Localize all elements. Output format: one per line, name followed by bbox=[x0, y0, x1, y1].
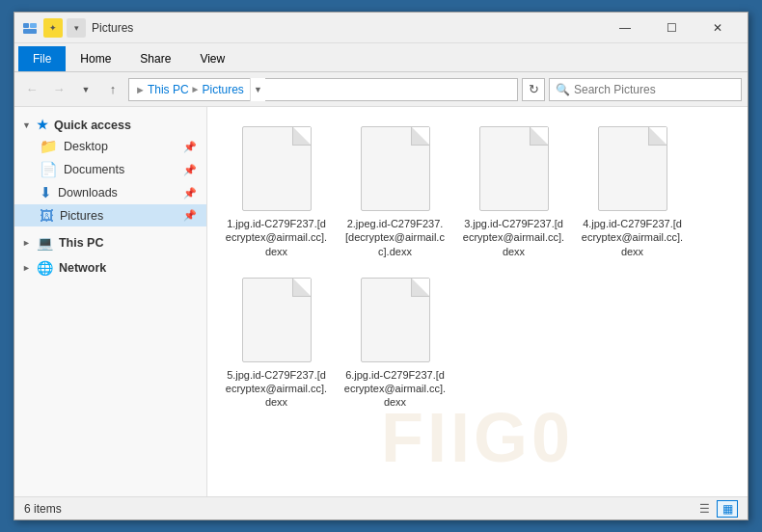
sidebar-label-downloads: Downloads bbox=[58, 186, 118, 200]
address-bar: ← → ▼ ↑ ► This PC ► Pictures ▼ ↻ 🔍 bbox=[14, 72, 748, 107]
chevron-right-icon-net: ► bbox=[22, 263, 31, 273]
search-bar: 🔍 bbox=[549, 78, 742, 101]
svg-rect-1 bbox=[23, 29, 37, 34]
network-header[interactable]: ► 🌐 Network bbox=[14, 257, 206, 279]
file-shape bbox=[598, 126, 667, 211]
file-item[interactable]: 4.jpg.id-C279F237.[decryptex@airmail.cc]… bbox=[577, 120, 688, 264]
qab-icon: ✦ bbox=[43, 18, 63, 38]
file-shape bbox=[479, 126, 549, 211]
thispc-label: This PC bbox=[59, 236, 104, 250]
svg-rect-0 bbox=[23, 23, 29, 28]
status-bar: 6 items ☰ ▦ bbox=[14, 496, 748, 519]
sidebar-label-pictures: Pictures bbox=[60, 209, 103, 223]
qab-pin: ▾ bbox=[67, 18, 86, 38]
pin-icon-pictures: 📌 bbox=[183, 209, 197, 222]
sidebar-section-quickaccess: ▼ ★ Quick access 📁 Desktop 📌 📄 Documents… bbox=[14, 115, 206, 226]
file-icon-container bbox=[357, 126, 434, 213]
sidebar: ▼ ★ Quick access 📁 Desktop 📌 📄 Documents… bbox=[14, 107, 207, 496]
folder-icon-desktop: 📁 bbox=[40, 138, 58, 155]
breadcrumb-arrow-1: ► bbox=[191, 84, 201, 94]
quick-access-label: Quick access bbox=[54, 119, 131, 132]
window-title: Pictures bbox=[92, 21, 603, 35]
computer-icon: 💻 bbox=[37, 235, 53, 251]
file-grid: 1.jpg.id-C279F237.[decryptex@airmail.cc]… bbox=[217, 117, 738, 419]
up-button[interactable]: ↑ bbox=[101, 78, 124, 101]
sidebar-label-documents: Documents bbox=[64, 163, 124, 176]
file-shape bbox=[242, 278, 312, 362]
breadcrumb-pictures[interactable]: Pictures bbox=[202, 83, 243, 96]
explorer-window: ✦ ▾ Pictures — ☐ ✕ File Home Share View … bbox=[14, 12, 748, 520]
network-label: Network bbox=[59, 261, 106, 275]
file-item[interactable]: 5.jpg.id-C279F237.[decryptex@airmail.cc]… bbox=[221, 272, 332, 415]
file-area: FIIG0 1.jpg.id-C279F237.[decryptex@airma… bbox=[207, 107, 748, 496]
window-controls: — ☐ ✕ bbox=[603, 13, 740, 43]
items-count: 6 items bbox=[24, 502, 62, 516]
file-icon-container bbox=[238, 278, 315, 364]
sidebar-section-thispc: ► 💻 This PC bbox=[14, 232, 206, 253]
maximize-button[interactable]: ☐ bbox=[649, 13, 694, 43]
view-controls: ☰ ▦ bbox=[694, 500, 738, 518]
search-input[interactable] bbox=[574, 83, 735, 96]
breadcrumb-separator: ► bbox=[135, 84, 146, 95]
breadcrumb-thispc[interactable]: This PC bbox=[148, 83, 189, 96]
tab-file[interactable]: File bbox=[18, 46, 66, 71]
sidebar-item-downloads[interactable]: ⬇ Downloads 📌 bbox=[14, 181, 206, 204]
pin-icon-desktop: 📌 bbox=[183, 141, 197, 153]
large-icons-view-button[interactable]: ▦ bbox=[717, 500, 738, 518]
this-pc-header[interactable]: ► 💻 This PC bbox=[14, 232, 206, 253]
window-icon bbox=[22, 20, 38, 36]
ribbon-tabs: File Home Share View bbox=[14, 43, 748, 72]
main-content: ▼ ★ Quick access 📁 Desktop 📌 📄 Documents… bbox=[14, 107, 748, 496]
file-icon-container bbox=[476, 126, 553, 213]
sidebar-item-pictures[interactable]: 🖼 Pictures 📌 bbox=[14, 204, 206, 226]
file-item[interactable]: 6.jpg.id-C279F237.[decryptex@airmail.cc]… bbox=[340, 272, 450, 415]
file-icon-container bbox=[594, 126, 671, 213]
file-name: 2.jpeg.id-C279F237.[decryptex@airmail.cc… bbox=[343, 217, 447, 258]
pin-icon-documents: 📌 bbox=[183, 164, 197, 176]
file-icon-container bbox=[357, 278, 434, 364]
folder-icon-pictures: 🖼 bbox=[40, 207, 54, 224]
chevron-right-icon: ► bbox=[22, 238, 31, 248]
file-shape bbox=[361, 278, 430, 362]
breadcrumb: ► This PC ► Pictures ▼ bbox=[128, 78, 518, 101]
svg-rect-2 bbox=[30, 23, 37, 28]
file-name: 5.jpg.id-C279F237.[decryptex@airmail.cc]… bbox=[225, 368, 328, 410]
file-icon-container bbox=[238, 126, 315, 213]
close-button[interactable]: ✕ bbox=[695, 13, 740, 43]
breadcrumb-dropdown[interactable]: ▼ bbox=[250, 78, 265, 101]
file-item[interactable]: 2.jpeg.id-C279F237.[decryptex@airmail.cc… bbox=[340, 120, 450, 264]
folder-icon-documents: 📄 bbox=[40, 161, 58, 178]
recent-locations-button[interactable]: ▼ bbox=[74, 78, 97, 101]
sidebar-label-desktop: Desktop bbox=[64, 140, 108, 153]
file-name: 3.jpg.id-C279F237.[decryptex@airmail.cc]… bbox=[462, 217, 565, 258]
back-button[interactable]: ← bbox=[20, 78, 43, 101]
search-icon: 🔍 bbox=[556, 83, 570, 96]
sidebar-section-network: ► 🌐 Network bbox=[14, 257, 206, 279]
quick-access-header[interactable]: ▼ ★ Quick access bbox=[14, 115, 206, 135]
file-name: 6.jpg.id-C279F237.[decryptex@airmail.cc]… bbox=[343, 368, 447, 410]
file-name: 4.jpg.id-C279F237.[decryptex@airmail.cc]… bbox=[581, 217, 684, 258]
folder-icon-downloads: ⬇ bbox=[40, 184, 52, 201]
sidebar-item-documents[interactable]: 📄 Documents 📌 bbox=[14, 158, 206, 181]
quick-access-toolbar: ✦ ▾ bbox=[43, 18, 86, 38]
file-name: 1.jpg.id-C279F237.[decryptex@airmail.cc]… bbox=[225, 217, 328, 258]
refresh-button[interactable]: ↻ bbox=[522, 78, 545, 101]
file-shape bbox=[242, 126, 312, 211]
sidebar-item-desktop[interactable]: 📁 Desktop 📌 bbox=[14, 135, 206, 158]
tab-share[interactable]: Share bbox=[125, 46, 185, 71]
tab-home[interactable]: Home bbox=[66, 46, 125, 71]
file-item[interactable]: 1.jpg.id-C279F237.[decryptex@airmail.cc]… bbox=[221, 120, 332, 264]
forward-button[interactable]: → bbox=[47, 78, 70, 101]
pin-icon-downloads: 📌 bbox=[183, 187, 197, 200]
network-icon: 🌐 bbox=[37, 260, 53, 276]
chevron-down-icon: ▼ bbox=[22, 120, 31, 130]
details-view-button[interactable]: ☰ bbox=[694, 500, 715, 518]
file-item[interactable]: 3.jpg.id-C279F237.[decryptex@airmail.cc]… bbox=[458, 120, 569, 264]
file-shape bbox=[361, 126, 430, 211]
title-bar: ✦ ▾ Pictures — ☐ ✕ bbox=[14, 13, 748, 43]
minimize-button[interactable]: — bbox=[603, 13, 647, 43]
tab-view[interactable]: View bbox=[185, 46, 239, 71]
